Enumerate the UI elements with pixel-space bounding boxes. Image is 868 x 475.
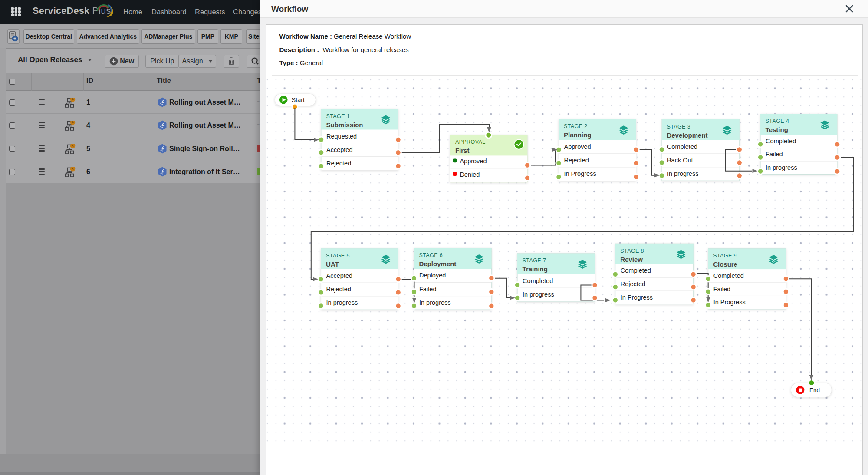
svg-text:STAGE 2: STAGE 2 (564, 123, 588, 129)
svg-text:APPROVAL: APPROVAL (455, 139, 486, 145)
svg-text:Failed: Failed (766, 151, 783, 158)
svg-text:Completed: Completed (523, 277, 553, 284)
svg-text:Rejected: Rejected (326, 286, 351, 293)
svg-text:Requested: Requested (326, 133, 357, 140)
svg-text:STAGE 8: STAGE 8 (620, 248, 644, 254)
svg-text:Completed: Completed (667, 143, 697, 150)
svg-text:STAGE 1: STAGE 1 (326, 113, 350, 119)
svg-text:Start: Start (292, 96, 305, 103)
svg-text:In progress: In progress (419, 299, 451, 306)
svg-text:In progress: In progress (667, 170, 699, 177)
svg-text:UAT: UAT (326, 261, 339, 268)
svg-text:In progress: In progress (326, 299, 358, 306)
svg-text:In Progress: In Progress (713, 299, 746, 306)
svg-text:Accepted: Accepted (326, 272, 352, 279)
svg-text:Back Out: Back Out (667, 157, 693, 164)
svg-text:Training: Training (523, 265, 548, 273)
svg-text:End: End (809, 387, 820, 393)
svg-text:Rejected: Rejected (621, 280, 645, 287)
svg-text:Rejected: Rejected (326, 160, 351, 167)
svg-text:In Progress: In Progress (621, 294, 653, 301)
svg-text:In Progress: In Progress (564, 170, 596, 177)
svg-text:Review: Review (620, 256, 643, 263)
svg-text:Approved: Approved (460, 158, 487, 165)
svg-text:Approved: Approved (564, 143, 591, 150)
svg-text:STAGE 4: STAGE 4 (766, 118, 789, 124)
svg-text:Submission: Submission (326, 121, 363, 129)
svg-text:Deployment: Deployment (419, 260, 457, 267)
svg-text:Planning: Planning (564, 131, 591, 139)
svg-text:Accepted: Accepted (326, 146, 352, 153)
svg-text:Denied: Denied (460, 171, 480, 178)
svg-text:Development: Development (667, 132, 707, 139)
svg-text:Closure: Closure (713, 261, 737, 268)
svg-text:STAGE 3: STAGE 3 (667, 124, 690, 130)
svg-text:In progress: In progress (766, 164, 797, 171)
svg-text:Completed: Completed (766, 138, 796, 145)
svg-text:Rejected: Rejected (564, 157, 589, 164)
svg-text:Failed: Failed (713, 286, 731, 293)
svg-text:First: First (455, 147, 470, 154)
svg-text:Completed: Completed (621, 267, 651, 274)
svg-text:Testing: Testing (766, 126, 788, 133)
svg-text:STAGE 9: STAGE 9 (713, 253, 737, 259)
svg-text:Completed: Completed (713, 272, 744, 279)
svg-text:In progress: In progress (523, 291, 554, 298)
svg-text:STAGE 6: STAGE 6 (419, 252, 443, 258)
svg-text:Deployed: Deployed (419, 272, 446, 279)
svg-text:STAGE 7: STAGE 7 (523, 257, 546, 264)
svg-text:STAGE 5: STAGE 5 (326, 253, 350, 259)
svg-text:Failed: Failed (419, 286, 437, 293)
